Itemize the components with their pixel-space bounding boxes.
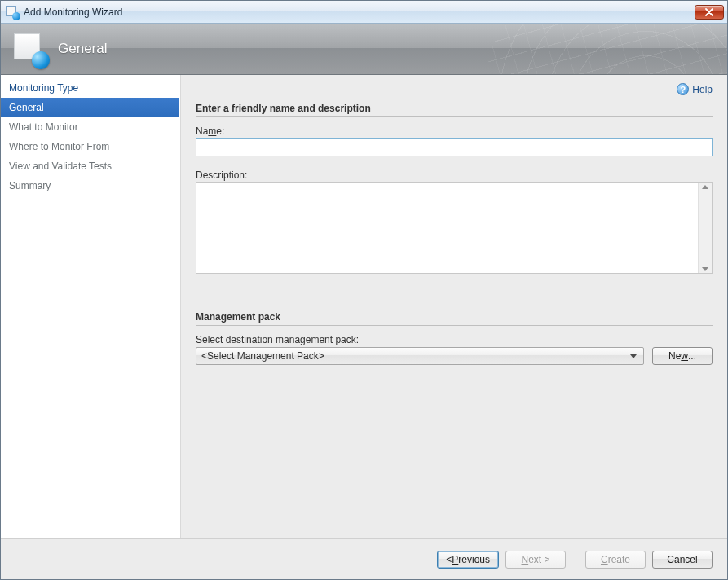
name-input[interactable]	[196, 138, 713, 156]
sidebar-item-monitoring-type[interactable]: Monitoring Type	[1, 78, 179, 98]
scroll-down-icon	[702, 267, 708, 271]
mp-select-label: Select destination management pack:	[196, 334, 713, 345]
banner-title: General	[58, 41, 107, 57]
mp-combobox[interactable]: <Select Management Pack>	[196, 347, 644, 365]
wizard-app-icon	[6, 6, 19, 19]
sidebar-item-where-to-monitor[interactable]: Where to Monitor From	[1, 137, 179, 156]
banner-icon	[14, 33, 45, 64]
scroll-up-icon	[702, 185, 708, 189]
new-mp-button[interactable]: New...	[652, 347, 713, 365]
wizard-steps-sidebar: Monitoring Type General What to Monitor …	[1, 75, 180, 538]
section-friendly-title: Enter a friendly name and description	[196, 103, 713, 117]
description-label: Description:	[196, 169, 713, 181]
description-field-wrap	[196, 182, 713, 274]
chevron-down-icon	[627, 354, 640, 358]
sidebar-item-summary[interactable]: Summary	[1, 176, 179, 196]
titlebar: Add Monitoring Wizard	[1, 1, 727, 24]
sidebar-item-validate-tests[interactable]: View and Validate Tests	[1, 156, 179, 176]
cancel-button[interactable]: Cancel	[652, 551, 713, 569]
section-mp-title: Management pack	[196, 311, 713, 326]
banner: General	[1, 24, 727, 75]
content-panel: ? Help Enter a friendly name and descrip…	[180, 75, 727, 538]
previous-button[interactable]: < Previous	[437, 551, 499, 569]
sidebar-item-what-to-monitor[interactable]: What to Monitor	[1, 117, 179, 137]
create-button[interactable]: Create	[585, 551, 646, 569]
mp-combobox-value: <Select Management Pack>	[201, 350, 627, 362]
close-button[interactable]	[695, 5, 724, 20]
wizard-window: Add Monitoring Wizard General Monitoring…	[0, 0, 728, 580]
next-button[interactable]: Next >	[505, 551, 566, 569]
description-scrollbar[interactable]	[698, 183, 712, 273]
help-link[interactable]: ? Help	[677, 83, 713, 95]
close-icon	[705, 8, 713, 16]
description-input[interactable]	[196, 183, 698, 273]
window-title: Add Monitoring Wizard	[24, 7, 695, 18]
help-icon: ?	[677, 83, 689, 95]
footer: < Previous Next > Create Cancel	[1, 538, 727, 579]
name-label: Name:	[196, 125, 713, 137]
sidebar-item-general[interactable]: General	[1, 98, 179, 117]
body: Monitoring Type General What to Monitor …	[1, 75, 727, 538]
help-label: Help	[692, 84, 713, 95]
